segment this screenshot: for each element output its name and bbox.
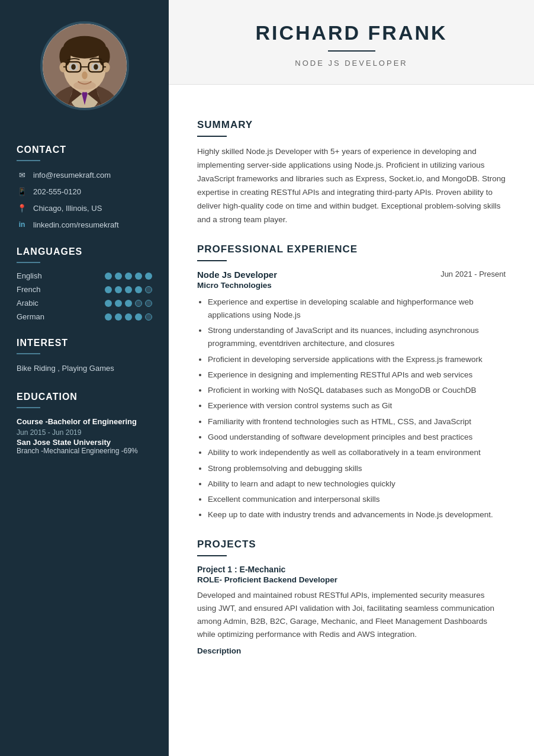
lang-arabic-label: Arabic <box>17 299 38 307</box>
svg-point-22 <box>82 71 87 79</box>
dot <box>105 313 112 321</box>
lang-french-label: French <box>17 285 40 294</box>
svg-point-20 <box>71 64 76 69</box>
dot <box>115 300 122 307</box>
lang-french-dots <box>105 286 152 293</box>
exp-bullets: Experience and expertise in developing s… <box>197 296 506 522</box>
dot <box>145 313 152 321</box>
interest-divider <box>17 353 40 354</box>
bullet-item: Familiarity with frontend technologies s… <box>208 415 506 428</box>
lang-english: English <box>17 271 152 280</box>
lang-german: German <box>17 312 152 321</box>
bullet-item: Strong understanding of JavaScript and i… <box>208 324 506 351</box>
education-divider <box>17 407 40 408</box>
dot <box>115 273 122 280</box>
linkedin-icon: in <box>17 219 27 230</box>
languages-divider <box>17 262 40 263</box>
candidate-name: RICHARD FRANK <box>197 21 506 44</box>
bullet-item: Ability to learn and adapt to new techno… <box>208 478 506 491</box>
dot <box>135 286 142 293</box>
language-list: English French <box>17 271 152 321</box>
interest-section-title: INTEREST <box>17 338 152 348</box>
bullet-item: Keep up to date with industry trends and… <box>208 508 506 521</box>
envelope-icon: ✉ <box>17 169 27 180</box>
experience-item: Node Js Developer Jun 2021 - Present Mic… <box>197 270 506 522</box>
exp-company: Micro Technologies <box>197 281 506 290</box>
main-content: RICHARD FRANK NODE JS DEVELOPER SUMMARY … <box>169 0 534 756</box>
lang-english-dots <box>105 273 152 280</box>
lang-french: French <box>17 285 152 294</box>
summary-divider <box>197 136 227 137</box>
dot <box>145 300 152 307</box>
dot <box>115 313 122 321</box>
dot <box>145 286 152 293</box>
dot <box>125 273 132 280</box>
resume-container: CONTACT ✉ info@resumekraft.com 📱 202-555… <box>0 0 534 756</box>
languages-section-title: LANGUAGES <box>17 246 152 257</box>
svg-point-21 <box>94 64 98 69</box>
dot <box>105 300 112 307</box>
phone-icon: 📱 <box>17 186 27 197</box>
lang-german-dots <box>105 313 152 321</box>
bullet-item: Experience and expertise in developing s… <box>208 296 506 322</box>
contact-location: 📍 Chicago, Illinois, US <box>17 203 152 213</box>
bullet-item: Experience in designing and implementing… <box>208 369 506 382</box>
dot <box>125 313 132 321</box>
bullet-item: Proficient in developing serverside appl… <box>208 353 506 366</box>
bullet-item: Excellent communication and interpersona… <box>208 493 506 506</box>
projects-divider <box>197 555 227 556</box>
bullet-item: Ability to work independently as well as… <box>208 446 506 459</box>
email-text: info@resumekraft.com <box>33 171 111 180</box>
dot <box>135 300 142 307</box>
dot <box>115 286 122 293</box>
dot <box>105 286 112 293</box>
project-title: Project 1 : E-Mechanic <box>197 565 506 574</box>
exp-header: Node Js Developer Jun 2021 - Present <box>197 270 506 280</box>
contact-email: ✉ info@resumekraft.com <box>17 169 152 180</box>
project-item: Project 1 : E-Mechanic ROLE- Proficient … <box>197 565 506 655</box>
project-desc-label: Description <box>197 646 506 655</box>
summary-section-title: SUMMARY <box>197 119 506 131</box>
edu-branch: Branch -Mechanical Engineering -69% <box>17 447 152 455</box>
exp-title: Node Js Developer <box>197 270 277 280</box>
bullet-item: Good understanding of software developme… <box>208 431 506 444</box>
location-text: Chicago, Illinois, US <box>33 204 102 213</box>
dot <box>125 300 132 307</box>
project-description: Developed and maintained robust RESTful … <box>197 589 506 642</box>
dot <box>135 273 142 280</box>
resume-header: RICHARD FRANK NODE JS DEVELOPER <box>169 0 534 85</box>
contact-linkedin: in linkedin.com/resumekraft <box>17 219 152 230</box>
main-sections: SUMMARY Highly skilled Node.js Developer… <box>169 85 534 679</box>
contact-phone: 📱 202-555-0120 <box>17 186 152 197</box>
dot <box>135 313 142 321</box>
project-role: ROLE- Proficient Backend Developer <box>197 575 506 584</box>
lang-arabic-dots <box>105 300 152 307</box>
job-title: NODE JS DEVELOPER <box>197 59 506 68</box>
name-divider <box>328 50 375 52</box>
lang-english-label: English <box>17 271 42 280</box>
dot <box>125 286 132 293</box>
exp-date: Jun 2021 - Present <box>440 270 506 278</box>
svg-point-23 <box>73 81 96 90</box>
lang-arabic: Arabic <box>17 299 152 307</box>
avatar <box>40 21 129 110</box>
experience-divider <box>197 260 227 261</box>
lang-german-label: German <box>17 312 44 321</box>
education-item: Course -Bachelor of Engineering Jun 2015… <box>17 417 152 455</box>
bullet-item: Experience with version control systems … <box>208 399 506 412</box>
projects-section-title: PROJECTS <box>197 539 506 550</box>
dot <box>105 273 112 280</box>
edu-date: Jun 2015 - Jun 2019 <box>17 428 152 437</box>
sidebar-content: CONTACT ✉ info@resumekraft.com 📱 202-555… <box>0 128 169 462</box>
bullet-item: Strong problemsolving and debugging skil… <box>208 462 506 475</box>
edu-degree: Course -Bachelor of Engineering <box>17 417 152 427</box>
contact-section-title: CONTACT <box>17 145 152 155</box>
location-icon: 📍 <box>17 203 27 213</box>
linkedin-text: linkedin.com/resumekraft <box>33 220 119 229</box>
interests-text: Bike Riding , Playing Games <box>17 363 152 375</box>
edu-school: San Jose State University <box>17 438 152 447</box>
summary-text: Highly skilled Node.js Developer with 5+… <box>197 145 506 227</box>
bullet-item: Proficient in working with NoSQL databas… <box>208 384 506 397</box>
dot <box>145 273 152 280</box>
contact-divider <box>17 160 40 161</box>
